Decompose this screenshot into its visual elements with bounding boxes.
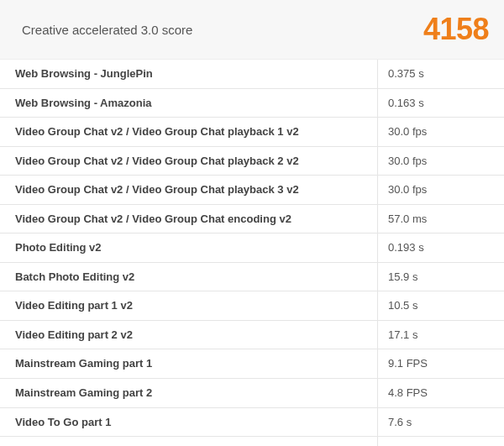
table-row: Web Browsing - JunglePin 0.375 s <box>0 60 504 89</box>
metric-value: 30.0 fps <box>378 176 504 204</box>
table-row: Video To Go part 1 7.6 s <box>0 408 504 438</box>
metric-label: Video Editing part 1 v2 <box>0 291 378 320</box>
metric-value: 0.193 s <box>378 233 504 262</box>
metric-value: 15.9 s <box>378 263 504 291</box>
metric-label: Video Group Chat v2 / Video Group Chat e… <box>0 205 378 233</box>
metric-label: Video Editing part 2 v2 <box>0 321 378 349</box>
metric-label: Video Group Chat v2 / Video Group Chat p… <box>0 118 378 146</box>
metric-label: Mainstream Gaming part 2 <box>0 379 378 407</box>
metric-value: 0.163 s <box>378 89 504 118</box>
table-row: Mainstream Gaming part 2 4.8 FPS <box>0 379 504 408</box>
score-value: 4158 <box>423 12 489 47</box>
table-row: Video Group Chat v2 / Video Group Chat p… <box>0 118 504 147</box>
table-row: Web Browsing - Amazonia 0.163 s <box>0 89 504 118</box>
table-row: Video Editing part 2 v2 17.1 s <box>0 321 504 350</box>
table-row: Photo Editing v2 0.193 s <box>0 233 504 263</box>
metric-value: 30.0 fps <box>378 147 504 176</box>
table-row: Video Editing part 1 v2 10.5 s <box>0 291 504 321</box>
metric-value: 7.6 s <box>378 408 504 437</box>
metric-value: 17.1 s <box>378 321 504 349</box>
metric-value: 4.8 FPS <box>378 379 504 407</box>
table-row: Video Group Chat v2 / Video Group Chat e… <box>0 205 504 234</box>
metric-label: Web Browsing - JunglePin <box>0 60 378 88</box>
metric-label: Video Group Chat v2 / Video Group Chat p… <box>0 147 378 176</box>
metric-value: 9.1 FPS <box>378 349 504 378</box>
metric-label: Photo Editing v2 <box>0 233 378 262</box>
metric-value: 30.0 fps <box>378 118 504 146</box>
table-row: Video Group Chat v2 / Video Group Chat p… <box>0 176 504 205</box>
metric-value: 0.375 s <box>378 60 504 88</box>
metric-label: Batch Photo Editing v2 <box>0 263 378 291</box>
score-title: Creative accelerated 3.0 score <box>22 23 192 37</box>
metric-label: Video Group Chat v2 / Video Group Chat p… <box>0 176 378 204</box>
benchmark-results-panel: Creative accelerated 3.0 score 4158 Web … <box>0 0 504 446</box>
metric-value: 10.5 s <box>378 291 504 320</box>
table-row: Video Group Chat v2 / Video Group Chat p… <box>0 147 504 176</box>
table-row: Batch Photo Editing v2 15.9 s <box>0 263 504 292</box>
metric-label: Mainstream Gaming part 1 <box>0 349 378 378</box>
table-row: Video To Go part 2 11.5 s <box>0 437 504 446</box>
metric-label: Web Browsing - Amazonia <box>0 89 378 118</box>
metric-value: 57.0 ms <box>378 205 504 233</box>
metric-value: 11.5 s <box>378 437 504 446</box>
table-row: Mainstream Gaming part 1 9.1 FPS <box>0 349 504 379</box>
results-table: Web Browsing - JunglePin 0.375 s Web Bro… <box>0 60 504 446</box>
score-header: Creative accelerated 3.0 score 4158 <box>0 0 504 60</box>
metric-label: Video To Go part 2 <box>0 437 378 446</box>
metric-label: Video To Go part 1 <box>0 408 378 437</box>
